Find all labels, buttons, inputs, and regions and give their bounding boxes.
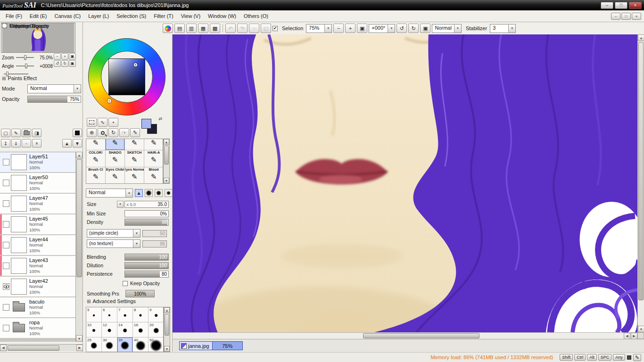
saturation-value-picker[interactable]	[108, 58, 145, 95]
menu-item[interactable]: Edit (E)	[26, 11, 51, 21]
brush-size-option[interactable]: 50	[149, 337, 164, 352]
layer-visibility-toggle[interactable]	[3, 180, 9, 186]
document-tab[interactable]: janna.jpg 75%	[179, 341, 243, 350]
fill-black-button[interactable]	[73, 129, 82, 137]
layer-visibility-toggle[interactable]	[3, 283, 9, 290]
brush-preset[interactable]: Blood ✎	[144, 167, 163, 184]
brush-preset[interactable]: W.hair ✎	[144, 139, 163, 150]
pen-tool[interactable]: ✎	[130, 128, 140, 137]
menu-item[interactable]: Selection (S)	[113, 11, 150, 21]
scroll-up-button[interactable]: ▲	[76, 152, 83, 158]
shape-strength-slider[interactable]: 50	[142, 230, 167, 237]
rgb-panel-toggle[interactable]: ▤	[174, 24, 185, 33]
layer-visibility-toggle[interactable]	[3, 242, 9, 248]
maximize-button[interactable]: □	[615, 2, 627, 9]
brush-size-option[interactable]: 10	[86, 322, 102, 337]
nav-zoom-out-button[interactable]: −	[54, 53, 61, 60]
scrollbar-thumb[interactable]	[8, 346, 59, 351]
zoom-out-button[interactable]: −	[333, 24, 344, 33]
canvas[interactable]	[173, 34, 637, 332]
brush-size-option[interactable]: 6	[102, 307, 117, 322]
doc-close-button[interactable]: ×	[632, 13, 641, 20]
move-tool[interactable]: ⊕	[87, 128, 97, 137]
chevron-down-icon[interactable]: ▼	[125, 189, 132, 197]
layer-row[interactable]: Layer50 Normal 100%	[0, 173, 75, 193]
brush-preset[interactable]: Eyes Normal ✎	[125, 167, 144, 184]
canvas-vertical-scrollbar[interactable]: ▲ ▼	[637, 34, 644, 332]
zoom-reset-button[interactable]: ▣	[357, 24, 367, 33]
brush-size-option[interactable]: 14	[117, 322, 133, 337]
invert-selection-button[interactable]: ◱	[261, 24, 271, 33]
chevron-down-icon[interactable]: ▼	[324, 25, 331, 33]
brush-size-option[interactable]: 5	[86, 307, 102, 322]
brush-size-option[interactable]: 8	[133, 307, 149, 322]
swap-colors-icon[interactable]: ⇄	[158, 116, 162, 121]
brush-preset[interactable]: BLEND ✎	[125, 139, 144, 150]
brush-size-option[interactable]: 25	[86, 337, 102, 352]
brush-preset[interactable]: SHADO ✎	[106, 150, 125, 167]
magic-wand-tool[interactable]: ⋆	[108, 118, 118, 127]
clear-layer-button[interactable]: ▫	[22, 139, 31, 148]
slider-handle[interactable]	[25, 64, 27, 68]
scratchpad-panel-toggle[interactable]: ▩	[210, 24, 220, 33]
brush-preset[interactable]: Brush Cl ✎	[86, 167, 106, 184]
layer-thumbnail[interactable]	[11, 258, 27, 274]
chevron-down-icon[interactable]: ▼	[508, 25, 515, 33]
layer-list-hscrollbar[interactable]: ◀ ▶	[0, 344, 83, 351]
new-folder-button[interactable]	[22, 129, 31, 137]
zoom-in-button[interactable]: +	[345, 24, 355, 33]
texture-strength-slider[interactable]: 95	[142, 240, 167, 247]
expand-icon[interactable]: ⊞	[87, 299, 91, 304]
rect-select-tool[interactable]	[87, 118, 97, 127]
brush-shape-combo[interactable]: (simple circle) ▼	[87, 229, 140, 238]
layer-visibility-toggle[interactable]	[3, 221, 9, 228]
dilution-slider[interactable]: 100	[124, 262, 169, 269]
swatches-panel-toggle[interactable]: ▦	[198, 24, 208, 33]
doc-restore-button[interactable]: □	[621, 13, 631, 20]
chevron-down-icon[interactable]: ▼	[133, 230, 140, 237]
chevron-down-icon[interactable]: ▼	[388, 25, 395, 33]
sv-marker-icon[interactable]	[134, 63, 137, 66]
nav-rotate-cw-button[interactable]: ↻	[61, 60, 68, 67]
menu-item[interactable]: File (F)	[2, 11, 26, 21]
menu-item[interactable]: View (V)	[177, 11, 204, 21]
primary-color-swatch[interactable]	[141, 119, 151, 129]
scroll-down-button[interactable]: ▼	[164, 346, 170, 352]
stabilizer-combo[interactable]: 3 ▼	[490, 24, 516, 33]
navigator-angle-slider[interactable]	[16, 66, 34, 66]
layer-list-scrollbar[interactable]: ▲ ▼	[75, 152, 83, 342]
close-button[interactable]: ×	[629, 2, 642, 9]
scrollbar-thumb[interactable]	[164, 146, 169, 165]
smoothing-value-box[interactable]: 100%	[125, 290, 155, 297]
rotate-ccw-button[interactable]: ↺	[396, 24, 407, 33]
density-slider[interactable]: 98	[124, 219, 169, 226]
layer-thumbnail[interactable]	[11, 216, 27, 232]
layer-thumbnail[interactable]	[11, 279, 27, 295]
transfer-down-button[interactable]: ↧	[1, 139, 10, 148]
hue-marker-icon[interactable]	[107, 99, 111, 103]
layer-visibility-toggle[interactable]	[3, 263, 9, 269]
brush-preset[interactable]: OLWAT! ✎	[86, 139, 106, 150]
blending-slider[interactable]: 100	[124, 254, 169, 261]
layer-row[interactable]: ropa Normal 100%	[0, 318, 75, 338]
slider-handle[interactable]	[24, 55, 26, 60]
brush-preset[interactable]: Eyes Chibi ✎	[106, 167, 125, 184]
scrollbar-thumb[interactable]	[165, 314, 169, 336]
layer-row[interactable]: Layer42 Normal 100%	[0, 277, 75, 296]
brush-shape-soft-1[interactable]	[145, 189, 153, 197]
rotate-cw-button[interactable]: ↻	[408, 24, 419, 33]
move-layer-up-button[interactable]: ▲	[62, 139, 72, 148]
keep-opacity-row[interactable]: Keep Opacity	[123, 280, 160, 286]
brush-shape-triangle[interactable]: ▲	[135, 189, 143, 197]
nav-zoom-reset-button[interactable]: ▣	[69, 53, 76, 60]
keep-opacity-checkbox[interactable]	[123, 281, 128, 286]
radio-icon[interactable]	[2, 23, 7, 28]
zoom-tool[interactable]	[98, 128, 107, 137]
min-size-slider[interactable]: 0%	[124, 210, 169, 217]
layer-option[interactable]: Selection Source	[2, 22, 49, 29]
brush-preset[interactable]: SKETCH ✎	[125, 150, 144, 167]
layer-row[interactable]: Layer51 Normal 100%	[0, 152, 75, 172]
brush-size-option[interactable]: 40	[133, 337, 149, 352]
menu-item[interactable]: Window (W)	[204, 11, 240, 21]
layer-mask-button[interactable]: ◨	[32, 129, 41, 137]
